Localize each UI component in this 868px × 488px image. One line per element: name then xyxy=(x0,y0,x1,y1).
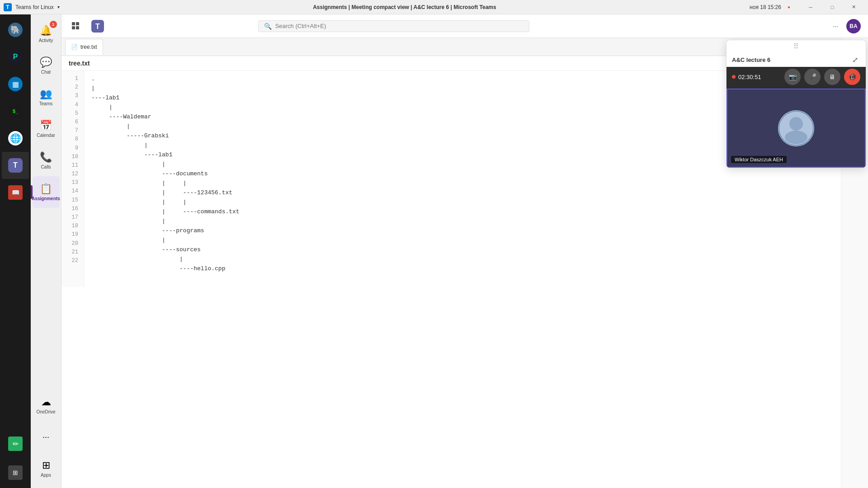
code-line: -----Grabski xyxy=(91,131,240,141)
hang-up-button[interactable]: 📵 xyxy=(844,69,860,85)
code-line: | xyxy=(91,103,240,113)
svg-point-8 xyxy=(785,131,807,144)
title-bar-right: ноя 18 15:26 ● ─ □ ✕ xyxy=(750,0,864,14)
user-avatar[interactable]: BA xyxy=(846,19,861,33)
dock-item-text-editor[interactable]: ✏ xyxy=(2,430,29,457)
code-line: ----programs xyxy=(91,226,240,236)
search-input[interactable] xyxy=(275,23,524,29)
app-icon: T xyxy=(4,3,12,11)
more-options-button[interactable]: ··· xyxy=(828,19,843,33)
sidebar-item-teams[interactable]: 👥 Teams xyxy=(33,81,60,113)
code-line: ----documents xyxy=(91,169,240,179)
sidebar-item-assignments[interactable]: 📋 Assignments xyxy=(33,176,60,208)
meeting-header: A&C lecture 6 ⤢ xyxy=(726,52,866,67)
code-line: . xyxy=(91,75,240,84)
record-dot xyxy=(732,75,736,79)
more-icon: ··· xyxy=(42,432,49,442)
video-area: Wiktor Daszczuk AEH xyxy=(726,89,866,168)
line-number: 17 xyxy=(67,213,78,222)
camera-toggle-button[interactable]: 📷 xyxy=(784,69,801,85)
line-number: 7 xyxy=(67,127,78,135)
line-number: 11 xyxy=(67,161,78,170)
file-tab-label: tree.txt xyxy=(80,44,97,50)
code-line: | xyxy=(91,236,240,245)
editor-panel: 📄 tree.txt tree.txt 12345678910111213141… xyxy=(61,38,841,488)
mic-icon: 🎤 xyxy=(809,73,816,80)
line-numbers: 12345678910111213141516171819202122 xyxy=(61,71,84,287)
meeting-expand-button[interactable]: ⤢ xyxy=(849,54,860,65)
dock-item-pdf-reader[interactable]: 📖 xyxy=(2,179,29,206)
dock-item-pycharm[interactable]: P xyxy=(2,43,29,70)
svg-point-7 xyxy=(789,117,803,131)
calls-icon: 📞 xyxy=(40,151,52,163)
line-number: 12 xyxy=(67,170,78,178)
code-view: 12345678910111213141516171819202122 .|--… xyxy=(61,71,841,287)
editor-header: tree.txt xyxy=(61,56,841,71)
code-line: | xyxy=(91,160,240,169)
top-bar-right: ··· BA xyxy=(828,19,861,33)
line-number: 1 xyxy=(67,75,78,83)
participant-name: Wiktor Daszczuk AEH xyxy=(731,156,787,163)
dock-item-trello[interactable]: ▦ xyxy=(2,70,29,98)
minimize-button[interactable]: ─ xyxy=(800,0,821,14)
meeting-widget: ⠿ A&C lecture 6 ⤢ 02:30:51 📷 🎤 xyxy=(726,40,866,168)
code-line: | xyxy=(91,84,240,94)
sidebar-item-calendar[interactable]: 📅 Calendar xyxy=(33,113,60,145)
meeting-time: 02:30:51 xyxy=(738,74,761,80)
dock-item-chrome[interactable]: 🌐 xyxy=(2,125,29,152)
share-screen-button[interactable]: 🖥 xyxy=(824,69,840,85)
sidebar-nav: 🔔 Activity 1 💬 Chat 👥 Teams 📅 Calendar 📞… xyxy=(31,14,61,488)
code-line: | | xyxy=(91,198,240,207)
close-button[interactable]: ✕ xyxy=(844,0,864,14)
title-bar-left: T Teams for Linux ▾ xyxy=(4,3,60,11)
sidebar-item-more[interactable]: ··· xyxy=(33,421,60,453)
line-number: 20 xyxy=(67,239,78,248)
recording-indicator: ● xyxy=(788,5,790,9)
calendar-icon: 📅 xyxy=(40,120,52,131)
meeting-drag-handle[interactable]: ⠿ xyxy=(726,40,866,52)
svg-rect-1 xyxy=(76,22,79,25)
code-line: ----Waldemar xyxy=(91,113,240,122)
line-number: 2 xyxy=(67,83,78,92)
dock-item-terminal[interactable]: $_ xyxy=(2,98,29,125)
datetime: ноя 18 15:26 xyxy=(750,4,781,10)
mute-button[interactable]: 🎤 xyxy=(804,69,821,85)
title-bar: T Teams for Linux ▾ Assignments | Meetin… xyxy=(0,0,868,14)
sidebar-item-apps-label: Apps xyxy=(41,473,51,478)
maximize-button[interactable]: □ xyxy=(822,0,843,14)
dropdown-arrow[interactable]: ▾ xyxy=(57,5,60,9)
dock-item-appgrid[interactable]: ⊞ xyxy=(2,459,29,486)
sidebar-item-activity[interactable]: 🔔 Activity 1 xyxy=(33,18,60,50)
onedrive-icon: ☁ xyxy=(41,396,51,408)
dock-item-postgres[interactable]: 🐘 xyxy=(2,16,29,43)
sidebar-item-onedrive[interactable]: ☁ OneDrive xyxy=(33,389,60,421)
line-number: 9 xyxy=(67,144,78,153)
sidebar-item-chat[interactable]: 💬 Chat xyxy=(33,50,60,81)
sidebar-item-apps[interactable]: ⊞ Apps xyxy=(33,453,60,484)
code-line: ----hello.cpp xyxy=(91,264,240,274)
code-line: | xyxy=(91,141,240,150)
svg-rect-3 xyxy=(76,26,79,29)
sidebar-item-calendar-label: Calendar xyxy=(37,133,55,138)
assignments-icon: 📋 xyxy=(40,183,52,195)
line-number: 21 xyxy=(67,248,78,257)
search-input-wrap[interactable]: 🔍 xyxy=(258,20,529,32)
dock-item-teams[interactable]: T xyxy=(2,152,29,179)
code-line: | xyxy=(91,255,240,264)
file-tab[interactable]: 📄 tree.txt xyxy=(65,39,103,55)
app-grid-button[interactable] xyxy=(69,19,83,33)
teams-icon: 👥 xyxy=(40,88,52,100)
line-number: 4 xyxy=(67,101,78,109)
file-tab-bar: 📄 tree.txt xyxy=(61,38,841,56)
meeting-timer: 02:30:51 xyxy=(732,74,781,80)
activity-badge: 1 xyxy=(50,21,57,28)
teams-logo: T xyxy=(90,19,105,33)
sidebar-item-calls[interactable]: 📞 Calls xyxy=(33,145,60,176)
line-number: 3 xyxy=(67,92,78,100)
sidebar-item-activity-label: Activity xyxy=(39,38,53,43)
screen-share-icon: 🖥 xyxy=(829,73,835,80)
line-number: 16 xyxy=(67,205,78,213)
code-line: | xyxy=(91,122,240,131)
hangup-icon: 📵 xyxy=(849,73,856,80)
line-number: 10 xyxy=(67,153,78,161)
